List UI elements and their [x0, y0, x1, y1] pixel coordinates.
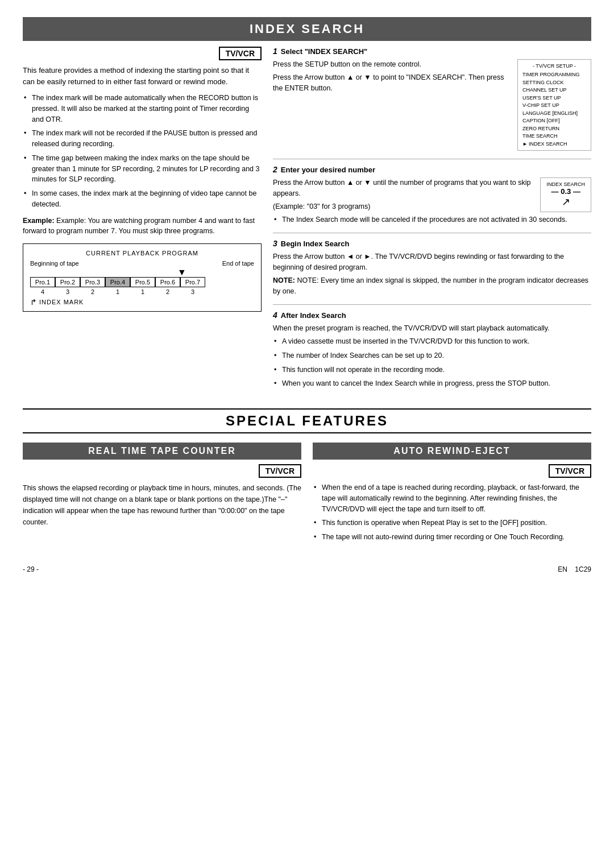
footer: - 29 - EN 1C29: [23, 565, 591, 573]
pro-cell-4-highlighted: Pro.4: [105, 277, 130, 287]
footer-code: 1C29: [575, 565, 591, 573]
menu-item: USER'S SET UP: [522, 94, 586, 102]
index-display-value: — 0.3 —: [546, 187, 585, 196]
bullet-item: The index mark will be made automaticall…: [23, 93, 262, 125]
index-mark-arrow-icon: ↱: [30, 297, 37, 307]
num-cell-2: 3: [55, 288, 80, 295]
diagram-title: CURRENT PLAYBACK PROGRAM: [30, 250, 254, 257]
menu-item: V-CHIP SET UP: [522, 102, 586, 110]
step-4-number: 4: [273, 311, 277, 320]
num-cell-7: 3: [180, 288, 205, 295]
pro-cell-3: Pro.3: [80, 277, 105, 287]
step-3-section: 3 Begin Index Search Press the Arrow but…: [273, 239, 591, 296]
num-cell-3: 2: [80, 288, 105, 295]
pro-cell-7: Pro.7: [180, 277, 205, 287]
num-cell-5: 1: [130, 288, 155, 295]
step-1-section: 1 Select "INDEX SEARCH" - TV/VCR SETUP -…: [273, 47, 591, 151]
step-1-number: 1: [273, 47, 277, 56]
step-2-bullet: The Index Search mode will be canceled i…: [273, 214, 591, 225]
bullet-list-main: The index mark will be made automaticall…: [23, 93, 262, 210]
bullet-item: The time gap between making the index ma…: [23, 153, 262, 185]
step-4-bullet: When you want to cancel the Index Search…: [273, 378, 591, 389]
tv-vcr-badge-auto-rewind: TV/VCR: [549, 464, 591, 478]
num-cell-4: 1: [105, 288, 130, 295]
number-row: 4 3 2 1 1 2 3: [30, 288, 254, 295]
auto-rewind-bullet: The tape will not auto-rewind during tim…: [313, 532, 591, 543]
index-search-header: INDEX SEARCH: [23, 17, 591, 41]
auto-rewind-eject-header: AUTO REWIND-EJECT: [313, 443, 591, 460]
menu-item-selected: ► INDEX SEARCH: [522, 140, 586, 148]
end-label: End of tape: [222, 260, 254, 267]
bullet-item: In some cases, the index mark at the beg…: [23, 188, 262, 210]
step-3-number: 3: [273, 239, 277, 248]
footer-language-code: EN 1C29: [558, 565, 591, 573]
step-4-section: 4 After Index Search When the preset pro…: [273, 311, 591, 389]
menu-item: ZERO RETURN: [522, 125, 586, 133]
step-4-header: 4 After Index Search: [273, 311, 591, 320]
tv-vcr-badge-real-time: TV/VCR: [259, 464, 301, 478]
real-time-tape-counter-body: This shows the elapsed recording or play…: [23, 482, 301, 528]
auto-rewind-eject-col: AUTO REWIND-EJECT TV/VCR When the end of…: [313, 443, 591, 548]
num-cell-1: 4: [30, 288, 55, 295]
menu-item: TIMER PROGRAMMING: [522, 71, 586, 79]
special-features-columns: REAL TIME TAPE COUNTER TV/VCR This shows…: [23, 443, 591, 548]
step-1-title: Select "INDEX SEARCH": [281, 47, 367, 56]
footer-language: EN: [558, 565, 567, 573]
index-mark-label: INDEX MARK: [39, 299, 84, 305]
menu-item: CHANNEL SET UP: [522, 86, 586, 94]
index-search-display: INDEX SEARCH — 0.3 — ↗: [540, 177, 591, 212]
real-time-tape-counter-col: REAL TIME TAPE COUNTER TV/VCR This shows…: [23, 443, 301, 548]
auto-rewind-bullet: This function is operative when Repeat P…: [313, 518, 591, 528]
auto-rewind-eject-body: When the end of a tape is reached during…: [313, 482, 591, 543]
auto-rewind-bullet: When the end of a tape is reached during…: [313, 482, 591, 514]
intro-text: This feature provides a method of indexi…: [23, 65, 262, 87]
tv-vcr-badge-index: TV/VCR: [219, 47, 262, 60]
step-2-header: 2 Enter your desired number: [273, 165, 591, 174]
step-4-bullet: The number of Index Searches can be set …: [273, 350, 591, 361]
step-4-title: After Index Search: [281, 311, 346, 320]
step-4-bullets: A video cassette must be inserted in the…: [273, 336, 591, 389]
menu-item: SETTING CLOCK: [522, 79, 586, 87]
step-2-bullets: The Index Search mode will be canceled i…: [273, 214, 591, 225]
beginning-label: Beginning of tape: [30, 260, 79, 267]
step-3-header: 3 Begin Index Search: [273, 239, 591, 248]
step-3-title: Begin Index Search: [281, 239, 350, 248]
current-position-arrow: ▼: [110, 268, 254, 277]
step-2-title: Enter your desired number: [281, 166, 375, 174]
example-text: Example: Example: You are watching progr…: [23, 216, 262, 237]
step-divider-1: [273, 159, 591, 159]
program-row: Pro.1 Pro.2 Pro.3 Pro.4 Pro.5 Pro.6 Pro.…: [30, 277, 254, 287]
footer-page-number: - 29 -: [23, 565, 39, 573]
index-mark-row: ↱ INDEX MARK: [30, 297, 254, 307]
special-features-header: SPECIAL FEATURES: [23, 408, 591, 433]
step-4-bullet: This function will not operate in the re…: [273, 365, 591, 375]
index-display-label: INDEX SEARCH: [546, 181, 585, 187]
pro-cell-6: Pro.6: [155, 277, 180, 287]
step-4-body: When the preset program is reached, the …: [273, 323, 591, 334]
real-time-tape-counter-header: REAL TIME TAPE COUNTER: [23, 443, 301, 460]
bullet-item: The index mark will not be recorded if t…: [23, 128, 262, 150]
menu-item: LANGUAGE [ENGLISH]: [522, 110, 586, 118]
menu-title: - TV/VCR SETUP -: [522, 62, 586, 70]
menu-item: CAPTION [OFF]: [522, 117, 586, 125]
step-1-header: 1 Select "INDEX SEARCH": [273, 47, 591, 56]
num-cell-6: 2: [155, 288, 180, 295]
step-divider-2: [273, 233, 591, 233]
step-2-section: 2 Enter your desired number INDEX SEARCH…: [273, 165, 591, 225]
diagram-box: CURRENT PLAYBACK PROGRAM Beginning of ta…: [23, 243, 262, 312]
menu-item: TIME SEARCH: [522, 133, 586, 140]
step-2-number: 2: [273, 165, 277, 174]
step-divider-3: [273, 304, 591, 305]
pro-cell-5: Pro.5: [130, 277, 155, 287]
step-4-bullet: A video cassette must be inserted in the…: [273, 336, 591, 347]
menu-selected-arrow-icon: ►: [522, 140, 528, 148]
pro-cell-2: Pro.2: [55, 277, 80, 287]
pro-cell-1: Pro.1: [30, 277, 55, 287]
step-3-body: Press the Arrow button ◄ or ►. The TV/VC…: [273, 251, 591, 296]
menu-mockup: - TV/VCR SETUP - TIMER PROGRAMMING SETTI…: [517, 59, 591, 151]
index-display-arrow: ↗: [546, 196, 585, 208]
